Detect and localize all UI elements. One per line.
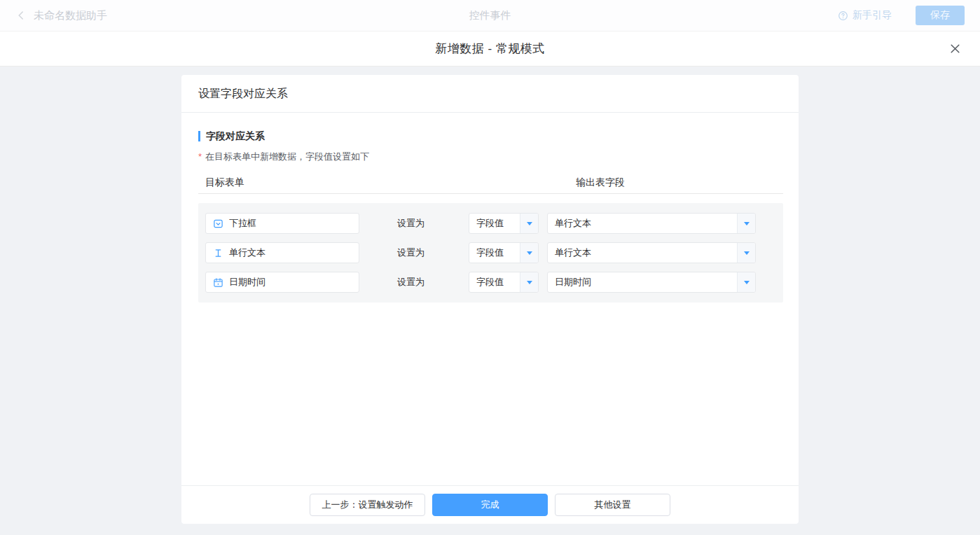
modal-header: 新增数据 - 常规模式 bbox=[0, 32, 980, 67]
output-field-label: 日期时间 bbox=[548, 272, 737, 292]
topbar: 未命名数据助手 控件事件 新手引导 保存 bbox=[0, 0, 980, 32]
set-as-label: 设置为 bbox=[397, 217, 427, 230]
column-header-output: 输出表字段 bbox=[576, 172, 625, 193]
chevron-down-icon bbox=[737, 214, 755, 233]
set-as-label: 设置为 bbox=[397, 246, 427, 259]
mapping-panel: 下拉框 设置为 字段值 单行文本 bbox=[198, 203, 783, 303]
select-field-icon bbox=[213, 218, 223, 229]
mapping-row: 下拉框 设置为 字段值 单行文本 bbox=[205, 213, 776, 234]
output-field-label: 单行文本 bbox=[548, 243, 737, 263]
card-body: 字段对应关系 *在目标表单中新增数据，字段值设置如下 目标表单 输出表字段 下拉… bbox=[181, 113, 799, 485]
prev-step-button[interactable]: 上一步：设置触发动作 bbox=[310, 494, 425, 516]
modal-body: 设置字段对应关系 字段对应关系 *在目标表单中新增数据，字段值设置如下 目标表单… bbox=[0, 75, 980, 535]
back-chevron-icon[interactable] bbox=[15, 10, 27, 21]
target-field-input[interactable]: 单行文本 bbox=[205, 242, 359, 263]
column-header-target: 目标表单 bbox=[205, 172, 244, 193]
topbar-right: 新手引导 保存 bbox=[838, 6, 965, 25]
value-type-label: 字段值 bbox=[469, 243, 520, 263]
chevron-down-icon bbox=[737, 272, 755, 292]
text-field-icon bbox=[213, 248, 223, 258]
settings-card: 设置字段对应关系 字段对应关系 *在目标表单中新增数据，字段值设置如下 目标表单… bbox=[181, 75, 799, 524]
other-settings-button[interactable]: 其他设置 bbox=[555, 494, 670, 516]
card-footer: 上一步：设置触发动作 完成 其他设置 bbox=[181, 485, 799, 524]
value-type-select[interactable]: 字段值 bbox=[469, 242, 539, 263]
guide-link[interactable]: 新手引导 bbox=[838, 9, 892, 22]
chevron-down-icon bbox=[520, 243, 538, 263]
mapping-row: 日期时间 设置为 字段值 日期时间 bbox=[205, 272, 776, 293]
target-field-label: 日期时间 bbox=[229, 276, 265, 289]
modal-title: 新增数据 - 常规模式 bbox=[435, 41, 545, 57]
document-title: 未命名数据助手 bbox=[34, 9, 107, 22]
chevron-down-icon bbox=[520, 214, 538, 233]
column-headers: 目标表单 输出表字段 bbox=[198, 172, 783, 194]
question-circle-icon bbox=[838, 11, 848, 21]
set-as-label: 设置为 bbox=[397, 276, 427, 289]
page-title: 控件事件 bbox=[0, 9, 980, 22]
output-field-select[interactable]: 单行文本 bbox=[547, 242, 756, 263]
target-field-input[interactable]: 下拉框 bbox=[205, 213, 359, 234]
output-field-select[interactable]: 单行文本 bbox=[547, 213, 756, 234]
target-field-label: 单行文本 bbox=[229, 246, 265, 259]
section-description: *在目标表单中新增数据，字段值设置如下 bbox=[198, 151, 783, 163]
target-field-input[interactable]: 日期时间 bbox=[205, 272, 359, 293]
done-button[interactable]: 完成 bbox=[432, 494, 548, 516]
section-title: 字段对应关系 bbox=[198, 131, 783, 141]
output-field-select[interactable]: 日期时间 bbox=[547, 272, 756, 293]
description-text: 在目标表单中新增数据，字段值设置如下 bbox=[205, 151, 369, 162]
value-type-label: 字段值 bbox=[469, 214, 520, 233]
output-field-label: 单行文本 bbox=[548, 214, 737, 233]
chevron-down-icon bbox=[737, 243, 755, 263]
chevron-down-icon bbox=[520, 272, 538, 292]
mapping-row: 单行文本 设置为 字段值 单行文本 bbox=[205, 242, 776, 263]
target-field-label: 下拉框 bbox=[229, 217, 256, 230]
close-icon[interactable] bbox=[945, 39, 965, 59]
card-header-title: 设置字段对应关系 bbox=[181, 75, 799, 113]
save-button[interactable]: 保存 bbox=[916, 6, 965, 25]
date-field-icon bbox=[213, 277, 223, 288]
value-type-select[interactable]: 字段值 bbox=[469, 213, 539, 234]
topbar-left: 未命名数据助手 bbox=[15, 9, 107, 22]
guide-label: 新手引导 bbox=[853, 9, 892, 22]
value-type-select[interactable]: 字段值 bbox=[469, 272, 539, 293]
required-asterisk: * bbox=[198, 151, 202, 162]
value-type-label: 字段值 bbox=[469, 272, 520, 292]
